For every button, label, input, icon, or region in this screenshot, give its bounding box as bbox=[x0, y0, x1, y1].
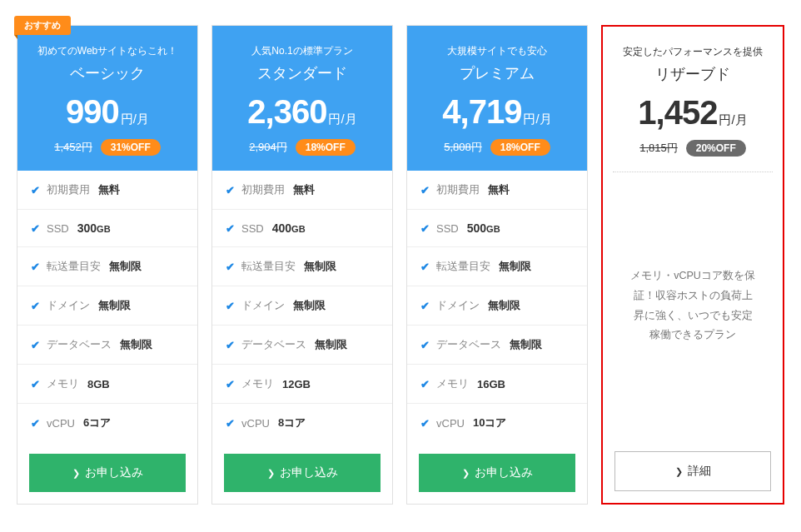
original-price: 1,815円 bbox=[639, 141, 678, 156]
price-sub: 1,452円 31%OFF bbox=[26, 139, 189, 156]
feature-value: 無制限 bbox=[98, 298, 131, 313]
apply-button[interactable]: ❯お申し込み bbox=[29, 454, 186, 492]
feature-value: 300GB bbox=[77, 221, 111, 235]
original-price: 1,452円 bbox=[54, 140, 92, 155]
feature-label: 転送量目安 bbox=[436, 259, 490, 274]
feature-value: 無料 bbox=[98, 182, 120, 197]
price-unit: 円/月 bbox=[719, 112, 747, 128]
feature-list: ✔初期費用 無料 ✔SSD 400GB ✔転送量目安 無制限 ✔ドメイン 無制限… bbox=[212, 171, 392, 442]
feature-value: 無料 bbox=[488, 182, 510, 197]
check-icon: ✔ bbox=[226, 222, 235, 235]
feature-label: データベース bbox=[47, 337, 112, 352]
plan-header: 初めてのWebサイトならこれ！ ベーシック 990 円/月 1,452円 31%… bbox=[17, 26, 197, 171]
discount-badge: 18%OFF bbox=[296, 139, 356, 156]
feature-label: メモリ bbox=[436, 376, 469, 391]
plan-reserved: 安定したパフォーマンスを提供 リザーブド 1,452 円/月 1,815円 20… bbox=[601, 25, 784, 505]
feature-value: 無制限 bbox=[293, 298, 326, 313]
feature-label: 初期費用 bbox=[241, 182, 285, 197]
apply-button[interactable]: ❯お申し込み bbox=[419, 454, 575, 492]
price-row: 4,719 円/月 bbox=[415, 93, 579, 131]
plan-subtitle: 安定したパフォーマンスを提供 bbox=[611, 45, 774, 59]
chevron-right-icon: ❯ bbox=[675, 466, 683, 476]
plan-basic: おすすめ 初めてのWebサイトならこれ！ ベーシック 990 円/月 1,452… bbox=[17, 25, 198, 505]
feature-value: 6コア bbox=[83, 415, 111, 430]
discount-badge: 20%OFF bbox=[686, 140, 746, 157]
feature-row: ✔転送量目安 無制限 bbox=[17, 247, 197, 286]
price-row: 990 円/月 bbox=[26, 93, 189, 131]
pricing-plans: おすすめ 初めてのWebサイトならこれ！ ベーシック 990 円/月 1,452… bbox=[17, 25, 784, 505]
feature-list: ✔初期費用 無料 ✔SSD 500GB ✔転送量目安 無制限 ✔ドメイン 無制限… bbox=[407, 171, 587, 442]
feature-label: 初期費用 bbox=[47, 182, 90, 197]
feature-row: ✔SSD 400GB bbox=[212, 210, 392, 247]
feature-value: 16GB bbox=[477, 378, 505, 390]
feature-row: ✔メモリ 12GB bbox=[212, 365, 392, 404]
feature-label: vCPU bbox=[47, 417, 75, 430]
feature-label: SSD bbox=[47, 222, 69, 235]
chevron-right-icon: ❯ bbox=[267, 468, 275, 478]
check-icon: ✔ bbox=[226, 378, 235, 390]
feature-label: SSD bbox=[241, 222, 264, 235]
feature-label: データベース bbox=[241, 337, 306, 352]
feature-row: ✔初期費用 無料 bbox=[212, 171, 392, 210]
plan-subtitle: 大規模サイトでも安心 bbox=[415, 44, 579, 58]
feature-value: 無制限 bbox=[499, 259, 531, 274]
price-sub: 5,808円 18%OFF bbox=[415, 139, 579, 156]
feature-value: 10コア bbox=[473, 415, 506, 430]
feature-value: 無制限 bbox=[109, 259, 142, 274]
original-price: 5,808円 bbox=[444, 140, 482, 155]
feature-value: 500GB bbox=[467, 221, 500, 235]
check-icon: ✔ bbox=[31, 300, 40, 312]
check-icon: ✔ bbox=[31, 261, 40, 273]
cta-label: お申し込み bbox=[475, 465, 533, 479]
discount-badge: 31%OFF bbox=[101, 139, 161, 156]
plan-name: プレミアム bbox=[415, 63, 579, 83]
feature-value: 無制限 bbox=[120, 337, 152, 352]
feature-row: ✔SSD 300GB bbox=[17, 210, 197, 247]
feature-row: ✔転送量目安 無制限 bbox=[407, 247, 587, 286]
check-icon: ✔ bbox=[31, 222, 40, 235]
feature-value: 無制限 bbox=[304, 259, 336, 274]
apply-button[interactable]: ❯お申し込み bbox=[224, 454, 381, 492]
price-row: 1,452 円/月 bbox=[611, 94, 774, 132]
feature-value: 無制限 bbox=[488, 298, 520, 313]
feature-row: ✔ドメイン 無制限 bbox=[17, 286, 197, 326]
recommended-badge: おすすめ bbox=[14, 16, 71, 35]
plan-header: 安定したパフォーマンスを提供 リザーブド 1,452 円/月 1,815円 20… bbox=[603, 27, 783, 172]
feature-row: ✔メモリ 8GB bbox=[17, 365, 197, 404]
check-icon: ✔ bbox=[226, 300, 235, 312]
feature-value: 無制限 bbox=[315, 337, 347, 352]
check-icon: ✔ bbox=[420, 222, 430, 235]
plan-standard: 人気No.1の標準プラン スタンダード 2,360 円/月 2,904円 18%… bbox=[211, 25, 393, 505]
feature-label: メモリ bbox=[47, 376, 79, 391]
price-unit: 円/月 bbox=[328, 112, 356, 127]
check-icon: ✔ bbox=[226, 184, 235, 196]
discount-badge: 18%OFF bbox=[490, 139, 550, 156]
plan-premium: 大規模サイトでも安心 プレミアム 4,719 円/月 5,808円 18%OFF… bbox=[406, 25, 588, 505]
price-unit: 円/月 bbox=[121, 112, 149, 127]
feature-list: ✔初期費用 無料 ✔SSD 300GB ✔転送量目安 無制限 ✔ドメイン 無制限… bbox=[17, 171, 197, 442]
cta-label: お申し込み bbox=[280, 465, 338, 479]
feature-value: 8GB bbox=[87, 378, 110, 390]
feature-row: ✔SSD 500GB bbox=[407, 210, 587, 247]
price-value: 1,452 bbox=[638, 94, 717, 132]
feature-label: ドメイン bbox=[241, 298, 285, 313]
feature-row: ✔メモリ 16GB bbox=[407, 365, 587, 404]
price-value: 990 bbox=[66, 93, 119, 131]
price-value: 4,719 bbox=[442, 93, 521, 131]
price-row: 2,360 円/月 bbox=[221, 93, 384, 131]
feature-label: ドメイン bbox=[436, 298, 480, 313]
detail-button[interactable]: ❯詳細 bbox=[614, 451, 771, 491]
feature-row: ✔vCPU 8コア bbox=[212, 404, 392, 442]
feature-label: 初期費用 bbox=[436, 182, 480, 197]
feature-label: vCPU bbox=[241, 417, 270, 430]
feature-row: ✔データベース 無制限 bbox=[407, 326, 587, 365]
feature-row: ✔ドメイン 無制限 bbox=[407, 286, 587, 326]
feature-row: ✔転送量目安 無制限 bbox=[212, 247, 392, 286]
feature-label: メモリ bbox=[241, 376, 274, 391]
original-price: 2,904円 bbox=[249, 140, 287, 155]
feature-label: vCPU bbox=[436, 417, 465, 430]
check-icon: ✔ bbox=[420, 261, 430, 273]
price-sub: 1,815円 20%OFF bbox=[611, 140, 774, 157]
plan-name: リザーブド bbox=[611, 64, 774, 84]
cta-label: お申し込み bbox=[85, 465, 143, 479]
